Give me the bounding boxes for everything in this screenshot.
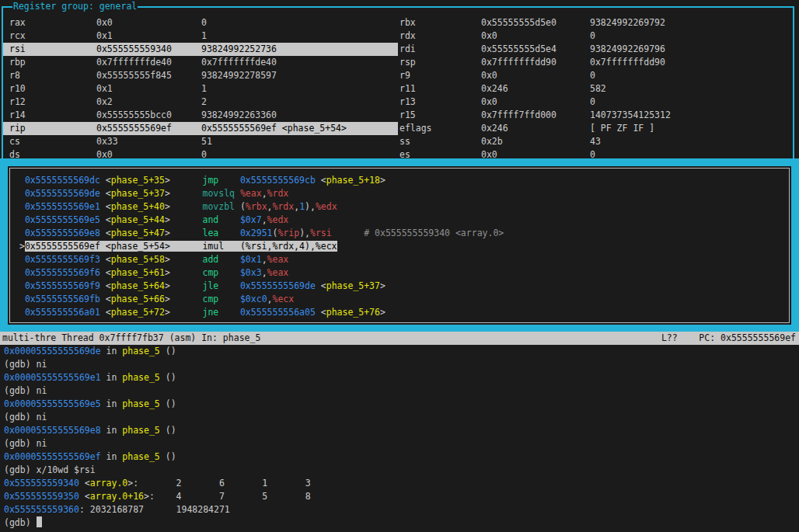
register-hex-value: 0x7fffffffde40 xyxy=(96,56,201,69)
register-hex-value: 0x7ffff7ffd000 xyxy=(481,109,590,122)
register-dec-value: 43 xyxy=(590,135,601,148)
register-name: r15 xyxy=(400,109,481,122)
asm-line: 0x5555555569e5 <phase_5+44> and $0x7,%ed… xyxy=(19,214,786,227)
register-dec-value: 140737354125312 xyxy=(590,109,671,122)
disassembly-panel: 0x5555555569dc <phase_5+35> jmp 0x555555… xyxy=(0,158,799,332)
console-line: 0x555555559360: 2032168787 1948284271 xyxy=(4,503,799,516)
register-row-r10: r100x11 xyxy=(3,82,398,96)
register-row-r12: r120x22 xyxy=(3,96,398,109)
terminal-cursor[interactable] xyxy=(37,516,42,527)
register-dec-value: 0 xyxy=(590,30,595,43)
asm-instruction-text: 0x5555555569e8 <phase_5+47> lea 0x2951(%… xyxy=(25,228,504,238)
register-row-cs: cs0x3351 xyxy=(3,135,398,148)
current-instruction-marker xyxy=(19,294,25,304)
asm-line: 0x5555555569f3 <phase_5+58> add $0x1,%ea… xyxy=(19,253,786,266)
console-line: (gdb) ni xyxy=(4,384,799,398)
current-instruction-marker xyxy=(19,214,25,225)
register-name: r11 xyxy=(400,82,481,96)
asm-instruction-text: 0x5555555569e5 <phase_5+44> and $0x7,%ed… xyxy=(25,214,288,225)
register-panel-title: Register group: general xyxy=(12,0,138,13)
asm-instruction-text: 0x5555555569de <phase_5+37> movslq %eax,… xyxy=(25,188,288,199)
register-dec-value: 2 xyxy=(201,96,207,109)
register-dec-value: [ PF ZF IF ] xyxy=(590,122,654,135)
register-dec-value: 51 xyxy=(201,135,212,148)
asm-line: 0x5555555569dc <phase_5+35> jmp 0x555555… xyxy=(19,174,786,187)
register-name: r13 xyxy=(400,96,481,109)
register-dec-value: 0x7fffffffde40 xyxy=(201,56,277,69)
register-hex-value: 0x55555555d5e0 xyxy=(481,16,590,30)
console-line: (gdb) ni xyxy=(4,437,799,450)
register-column-left: rax0x00rcx0x11rsi0x555555559340938249922… xyxy=(3,16,398,162)
status-bar: multi-thre Thread 0x7ffff7fb37 (asm) In:… xyxy=(0,332,799,345)
register-hex-value: 0x0 xyxy=(481,69,590,82)
register-hex-value: 0x0 xyxy=(96,16,201,30)
register-row-rbp: rbp0x7fffffffde400x7fffffffde40 xyxy=(3,56,398,69)
register-column-right: rbx0x55555555d5e093824992269792rdx0x00rd… xyxy=(398,16,790,162)
current-instruction-marker xyxy=(19,307,25,318)
register-name: rsp xyxy=(400,56,481,69)
register-row-rdx: rdx0x00 xyxy=(398,30,790,43)
register-name: rdx xyxy=(400,30,481,43)
register-name: rbp xyxy=(9,56,96,69)
register-hex-value: 0x55555555bcc0 xyxy=(96,109,201,122)
register-hex-value: 0x555555559340 xyxy=(96,43,201,56)
asm-instruction-text: 0x5555555569dc <phase_5+35> jmp 0x555555… xyxy=(25,175,386,186)
current-instruction-marker xyxy=(19,228,25,238)
register-row-eflags: eflags0x246[ PF ZF IF ] xyxy=(398,122,790,135)
asm-instruction-text: 0x5555555569fb <phase_5+66> cmp $0xc0,%e… xyxy=(25,294,294,304)
register-row-r14: r140x55555555bcc093824992263360 xyxy=(3,109,398,122)
register-row-rdi: rdi0x55555555d5e493824992269796 xyxy=(398,43,790,56)
register-hex-value: 0x246 xyxy=(481,82,590,96)
asm-instruction-text: 0x5555555569f6 <phase_5+61> cmp $0x3,%ea… xyxy=(25,267,288,278)
register-dec-value: 93824992278597 xyxy=(201,69,277,82)
asm-line: 0x5555555569e1 <phase_5+40> movzbl (%rbx… xyxy=(19,200,786,214)
register-row-rsi: rsi0x55555555934093824992252736 xyxy=(3,43,398,56)
disassembly-panel-gap: 0x5555555569dc <phase_5+35> jmp 0x555555… xyxy=(8,166,791,325)
asm-instruction-text: 0x555555556a01 <phase_5+72> jne 0x555555… xyxy=(25,307,386,318)
register-row-ss: ss0x2b43 xyxy=(398,135,790,148)
register-hex-value: 0x5555555569ef xyxy=(96,122,201,135)
register-row-rbx: rbx0x55555555d5e093824992269792 xyxy=(398,16,790,30)
register-hex-value: 0x246 xyxy=(481,122,590,135)
gdb-prompt-line[interactable]: (gdb) xyxy=(4,516,799,530)
register-name: ss xyxy=(400,135,481,148)
register-dec-value: 93824992269792 xyxy=(590,16,665,30)
register-row-r15: r150x7ffff7ffd000140737354125312 xyxy=(398,109,790,122)
console-line: 0x555555559340 <array.0>: 2 6 1 3 xyxy=(4,477,799,490)
register-row-r13: r130x00 xyxy=(398,96,790,109)
gdb-console[interactable]: 0x00005555555569de in phase_5 ()(gdb) ni… xyxy=(0,345,799,532)
console-line: (gdb) ni xyxy=(4,411,799,424)
register-hex-value: 0x7fffffffdd90 xyxy=(481,56,590,69)
register-dec-value: 0x5555555569ef <phase_5+54> xyxy=(201,122,347,135)
register-dec-value: 93824992263360 xyxy=(201,109,277,122)
register-dec-value: 0 xyxy=(201,16,207,30)
register-hex-value: 0x33 xyxy=(96,135,201,148)
register-name: cs xyxy=(9,135,96,148)
register-dec-value: 0 xyxy=(590,96,595,109)
register-dec-value: 93824992252736 xyxy=(201,43,277,56)
asm-line: 0x5555555569de <phase_5+37> movslq %eax,… xyxy=(19,187,786,200)
current-instruction-marker xyxy=(19,175,25,186)
disassembly-listing: 0x5555555569dc <phase_5+35> jmp 0x555555… xyxy=(9,168,790,323)
console-line: 0x00005555555569e1 in phase_5 () xyxy=(4,371,799,384)
asm-instruction-text: 0x5555555569e1 <phase_5+40> movzbl (%rbx… xyxy=(25,201,337,212)
gdb-tui-terminal[interactable]: { "colors": { "bg": "#1b1b1b", "fg": "#c… xyxy=(0,0,799,532)
register-hex-value: 0x0 xyxy=(481,96,590,109)
register-dec-value: 1 xyxy=(201,82,207,96)
register-dec-value: 582 xyxy=(590,82,606,96)
register-name: r10 xyxy=(9,82,96,96)
register-name: r8 xyxy=(9,69,96,82)
register-hex-value: 0x2 xyxy=(96,96,201,109)
register-row-rip: rip0x5555555569ef0x5555555569ef <phase_5… xyxy=(3,122,398,135)
current-instruction-marker: > xyxy=(19,241,25,252)
status-pc-info: L?? PC: 0x5555555569ef xyxy=(661,332,796,345)
current-instruction-marker xyxy=(19,267,25,278)
register-name: rax xyxy=(9,16,96,30)
register-dec-value: 1 xyxy=(201,30,207,43)
current-instruction-marker xyxy=(19,280,25,291)
register-hex-value: 0x0 xyxy=(481,30,590,43)
status-thread-info: multi-thre Thread 0x7ffff7fb37 (asm) In:… xyxy=(2,332,260,345)
register-name: rip xyxy=(9,122,96,135)
asm-line: 0x555555556a01 <phase_5+72> jne 0x555555… xyxy=(19,306,786,319)
current-instruction-marker xyxy=(19,188,25,199)
